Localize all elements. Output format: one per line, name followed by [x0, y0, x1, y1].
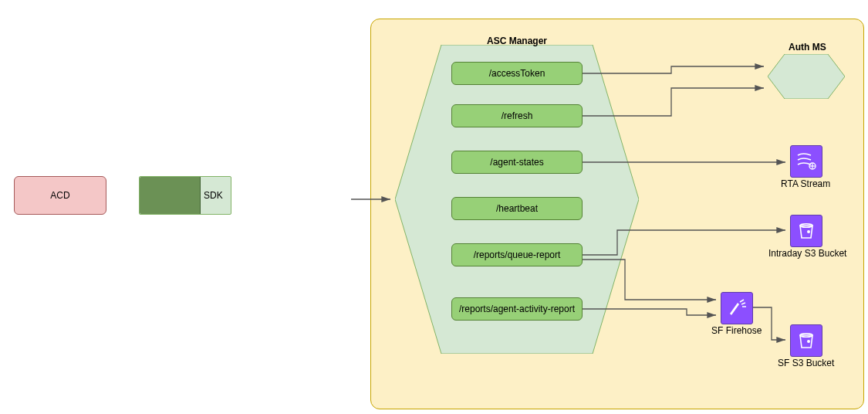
intraday-bucket-label: Intraday S3 Bucket [768, 248, 846, 259]
svg-line-7 [740, 300, 744, 302]
acd-label: ACD [50, 190, 69, 201]
endpoint-queue-report: /reports/queue-report [451, 243, 583, 266]
sf-bucket-label: SF S3 Bucket [778, 358, 834, 368]
rta-stream-label: RTA Stream [781, 178, 830, 189]
sf-firehose-label: SF Firehose [711, 325, 762, 336]
endpoint-agent-activity-report-label: /reports/agent-activity-report [459, 304, 575, 314]
rta-stream-icon [790, 145, 822, 178]
endpoint-agent-states: /agent-states [451, 151, 583, 174]
intraday-bucket-icon [790, 215, 822, 247]
sdk-label: SDK [204, 190, 223, 201]
endpoint-access-token: /accessToken [451, 62, 583, 85]
auth-ms-hexagon [768, 54, 845, 99]
asc-manager-title: ASC Manager [487, 36, 547, 46]
svg-point-6 [807, 230, 810, 233]
sf-firehose-icon [721, 292, 753, 324]
svg-marker-1 [768, 54, 845, 99]
diagram-canvas: ACD SDK ASC Manager /accessToken /refres… [0, 0, 868, 414]
endpoint-heartbeat-label: /heartbeat [496, 203, 538, 214]
endpoint-access-token-label: /accessToken [489, 68, 545, 79]
endpoint-queue-report-label: /reports/queue-report [474, 249, 561, 260]
svg-line-8 [741, 303, 745, 304]
sf-bucket-icon [790, 324, 822, 357]
endpoint-refresh: /refresh [451, 104, 583, 127]
svg-point-11 [807, 340, 810, 343]
auth-ms-label: Auth MS [789, 42, 826, 53]
endpoint-agent-states-label: /agent-states [490, 157, 543, 168]
sdk-inner [140, 177, 201, 214]
endpoint-heartbeat: /heartbeat [451, 197, 583, 220]
endpoint-agent-activity-report: /reports/agent-activity-report [451, 297, 583, 321]
endpoint-refresh-label: /refresh [502, 110, 533, 121]
acd-node: ACD [14, 176, 106, 215]
